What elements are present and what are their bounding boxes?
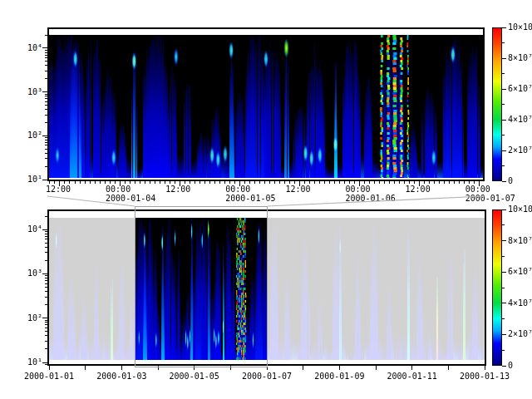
x-axis-minor-tick [145, 181, 145, 184]
colorbar-tick-label: 2×10⁷ [508, 329, 532, 338]
colorbar-tick [502, 104, 505, 105]
x-axis-minor-tick [384, 181, 385, 184]
x-axis-minor-tick [175, 181, 175, 184]
x-axis-minor-tick [105, 181, 106, 184]
colorbar-tick [502, 366, 506, 367]
y-axis-minor-tick [45, 140, 47, 140]
y-axis-minor-tick [45, 283, 47, 284]
colorbar-tick [502, 288, 505, 288]
x-axis-minor-tick [69, 181, 70, 184]
y-axis-minor-tick [45, 142, 47, 143]
x-axis-minor-tick [329, 181, 330, 184]
colorbar-tick [502, 181, 506, 182]
y-axis-minor-tick [45, 122, 47, 123]
x-tick-time-label: 12:00 [46, 185, 71, 194]
y-axis-minor-tick [45, 55, 47, 56]
x-axis-minor-tick [150, 181, 150, 184]
x-tick-date-label: 2000-01-09 [314, 372, 364, 381]
y-axis-minor-tick [45, 239, 47, 239]
y-axis-minor-tick [45, 145, 47, 145]
x-axis-minor-tick [309, 181, 310, 184]
y-axis-minor-tick [45, 109, 47, 110]
x-tick-date-label: 2000-01-04 [106, 194, 155, 203]
x-axis-minor-tick [135, 181, 135, 184]
y-axis-minor-tick [45, 341, 47, 342]
y-axis-minor-tick [45, 149, 47, 150]
x-axis-minor-tick [399, 181, 400, 184]
colorbar-tick-label: 4×10⁷ [508, 298, 532, 308]
x-tick-date-label: 2000-01-06 [345, 194, 395, 203]
x-axis-minor-tick [389, 181, 390, 184]
x-axis-minor-tick [200, 181, 200, 184]
x-tick-label-group: 12:00 [46, 185, 71, 194]
x-tick-label-group: 00:002000-01-04 [106, 185, 155, 203]
x-tick-date-label: 2000-01-01 [24, 372, 74, 381]
x-axis-minor-tick [364, 181, 365, 184]
x-axis-major-tick [448, 366, 449, 370]
x-axis-minor-tick [254, 181, 255, 184]
y-axis-minor-tick [45, 331, 47, 332]
y-axis-major-tick [42, 135, 47, 136]
colorbar-tick [502, 256, 505, 257]
y-tick-label: 10¹ [4, 175, 42, 184]
x-tick-date-label: 2000-01-13 [460, 372, 510, 381]
x-axis-minor-tick [414, 181, 415, 184]
colorbar-top [492, 27, 502, 181]
x-axis-minor-tick [90, 181, 91, 184]
y-axis-minor-tick [45, 324, 47, 325]
x-axis-minor-tick [404, 181, 405, 184]
y-axis-minor-tick [45, 275, 47, 276]
x-tick-date-label: 2000-01-05 [170, 372, 219, 381]
x-axis-minor-tick [374, 181, 375, 184]
y-axis-major-tick [42, 47, 47, 48]
colorbar-tick-label: 2×10⁷ [508, 145, 532, 155]
x-axis-major-tick [85, 366, 86, 370]
x-axis-minor-tick [224, 181, 225, 184]
colorbar-tick-label: 8×10⁷ [508, 236, 532, 245]
x-tick-label-group: 12:00 [285, 185, 310, 194]
colorbar-bottom [492, 209, 502, 366]
colorbar-tick [502, 73, 505, 74]
colorbar-tick [502, 272, 506, 273]
x-axis-major-tick [376, 366, 377, 370]
x-axis-major-tick [339, 366, 340, 370]
x-axis-minor-tick [115, 181, 116, 184]
y-axis-minor-tick [45, 96, 47, 96]
x-axis-minor-tick [304, 181, 305, 184]
x-tick-label-group: 00:002000-01-06 [345, 185, 395, 203]
x-axis-minor-tick [95, 181, 96, 184]
y-axis-minor-tick [45, 322, 47, 323]
y-axis-major-tick [42, 273, 47, 274]
colorbar-tick-label: 4×10⁷ [508, 115, 532, 124]
y-axis-minor-tick [45, 247, 47, 248]
x-axis-minor-tick [80, 181, 81, 184]
x-axis-minor-tick [219, 181, 220, 184]
x-axis-minor-tick [449, 181, 450, 184]
x-axis-minor-tick [459, 181, 460, 184]
colorbar-tick [502, 224, 505, 225]
y-axis-minor-tick [45, 231, 47, 232]
x-axis-minor-tick [214, 181, 215, 184]
x-axis-minor-tick [344, 181, 345, 184]
x-axis-minor-tick [85, 181, 86, 184]
zoomed-spectrogram-canvas[interactable] [49, 29, 483, 180]
x-tick-date-label: 2000-01-11 [387, 372, 437, 381]
x-axis-minor-tick [229, 181, 230, 184]
y-axis-minor-tick [45, 98, 47, 99]
x-axis-minor-tick [195, 181, 195, 184]
y-axis-minor-tick [45, 304, 47, 305]
y-tick-label: 10¹ [4, 357, 42, 367]
y-tick-label: 10³ [4, 87, 42, 96]
y-axis-major-tick [42, 229, 47, 230]
x-axis-minor-tick [369, 181, 370, 184]
x-axis-major-tick [49, 366, 50, 370]
x-axis-minor-tick [155, 181, 155, 184]
x-axis-minor-tick [185, 181, 185, 184]
x-axis-major-tick [303, 366, 303, 370]
y-axis-minor-tick [45, 52, 47, 53]
x-axis-minor-tick [244, 181, 245, 184]
zoomed-spectrogram-panel [47, 27, 485, 181]
y-axis-minor-tick [45, 71, 47, 71]
zoom-selection-box[interactable] [135, 206, 268, 367]
y-axis-minor-tick [45, 297, 47, 298]
